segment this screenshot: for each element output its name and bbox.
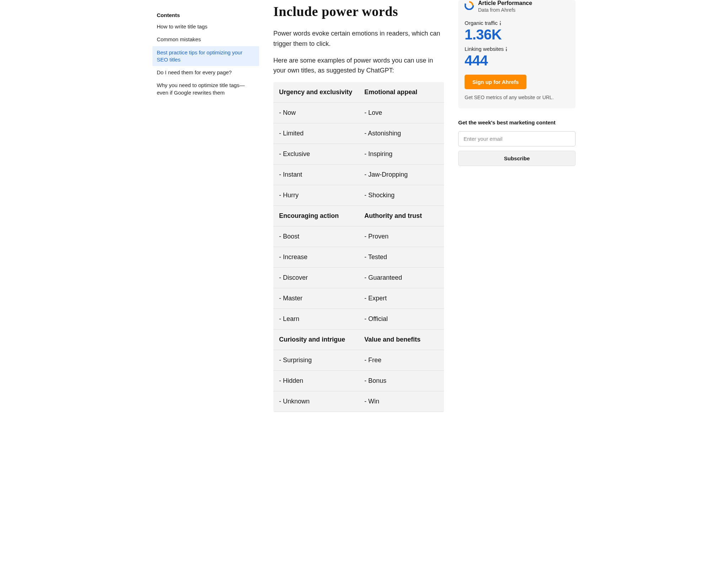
table-cell: - Unknown <box>273 391 359 412</box>
toc-item-common-mistakes[interactable]: Common mistakes <box>152 33 259 46</box>
table-cell: - Free <box>359 350 444 371</box>
table-cell: - Guaranteed <box>359 268 444 288</box>
table-header: Emotional appeal <box>359 82 444 103</box>
table-cell: - Master <box>273 288 359 309</box>
table-header: Value and benefits <box>359 329 444 350</box>
table-cell: - Expert <box>359 288 444 309</box>
info-icon[interactable] <box>506 47 507 51</box>
organic-traffic-label: Organic traffic <box>465 20 569 26</box>
table-header: Authority and trust <box>359 206 444 226</box>
intro-paragraph-1: Power words evoke certain emotions in re… <box>273 28 444 49</box>
table-cell: - Surprising <box>273 350 359 371</box>
newsletter-title: Get the week's best marketing content <box>458 119 576 126</box>
table-cell: - Proven <box>359 226 444 247</box>
table-cell: - Limited <box>273 123 359 144</box>
table-cell: - Shocking <box>359 185 444 206</box>
ahrefs-logo-icon <box>465 1 474 10</box>
table-cell: - Hidden <box>273 371 359 391</box>
toc-title: Contents <box>152 10 259 20</box>
metric-label-text: Linking websites <box>465 46 504 52</box>
table-cell: - Astonishing <box>359 123 444 144</box>
table-cell: - Boost <box>273 226 359 247</box>
table-cell: - Hurry <box>273 185 359 206</box>
section-heading: Include power words <box>273 4 444 19</box>
email-field[interactable] <box>458 131 576 146</box>
table-cell: - Official <box>359 309 444 329</box>
table-cell: - Learn <box>273 309 359 329</box>
perf-note: Get SEO metrics of any website or URL. <box>465 94 569 101</box>
table-cell: - Now <box>273 103 359 123</box>
toc-item-every-page[interactable]: Do I need them for every page? <box>152 66 259 79</box>
article-main: Include power words Power words evoke ce… <box>273 0 444 412</box>
table-header: Curiosity and intrigue <box>273 329 359 350</box>
toc-item-best-practice[interactable]: Best practice tips for optimizing your S… <box>152 46 259 66</box>
table-cell: - Instant <box>273 165 359 185</box>
table-cell: - Exclusive <box>273 144 359 165</box>
linking-websites-value[interactable]: 444 <box>465 53 569 68</box>
perf-title: Article Performance <box>478 0 532 6</box>
newsletter-box: Get the week's best marketing content Su… <box>458 119 576 166</box>
table-cell: - Bonus <box>359 371 444 391</box>
article-performance-box: Article Performance Data from Ahrefs Org… <box>458 0 576 108</box>
table-cell: - Tested <box>359 247 444 268</box>
table-cell: - Inspiring <box>359 144 444 165</box>
signup-button[interactable]: Sign up for Ahrefs <box>465 75 526 89</box>
table-of-contents: Contents How to write title tags Common … <box>152 0 259 412</box>
table-header: Encouraging action <box>273 206 359 226</box>
info-icon[interactable] <box>500 21 501 25</box>
perf-subtitle: Data from Ahrefs <box>478 7 532 13</box>
table-cell: - Jaw-Dropping <box>359 165 444 185</box>
table-cell: - Love <box>359 103 444 123</box>
linking-websites-label: Linking websites <box>465 46 569 52</box>
table-cell: - Discover <box>273 268 359 288</box>
table-cell: - Win <box>359 391 444 412</box>
right-rail: Article Performance Data from Ahrefs Org… <box>458 0 576 412</box>
table-header: Urgency and exclusivity <box>273 82 359 103</box>
metric-label-text: Organic traffic <box>465 20 498 26</box>
subscribe-button[interactable]: Subscribe <box>458 151 576 166</box>
toc-item-how-to-write[interactable]: How to write title tags <box>152 20 259 33</box>
intro-paragraph-2: Here are some examples of power words yo… <box>273 55 444 76</box>
power-words-table: Urgency and exclusivity Emotional appeal… <box>273 82 444 412</box>
toc-item-optimize-rewrites[interactable]: Why you need to optimize title tags—even… <box>152 79 259 99</box>
table-cell: - Increase <box>273 247 359 268</box>
organic-traffic-value[interactable]: 1.36K <box>465 27 569 42</box>
